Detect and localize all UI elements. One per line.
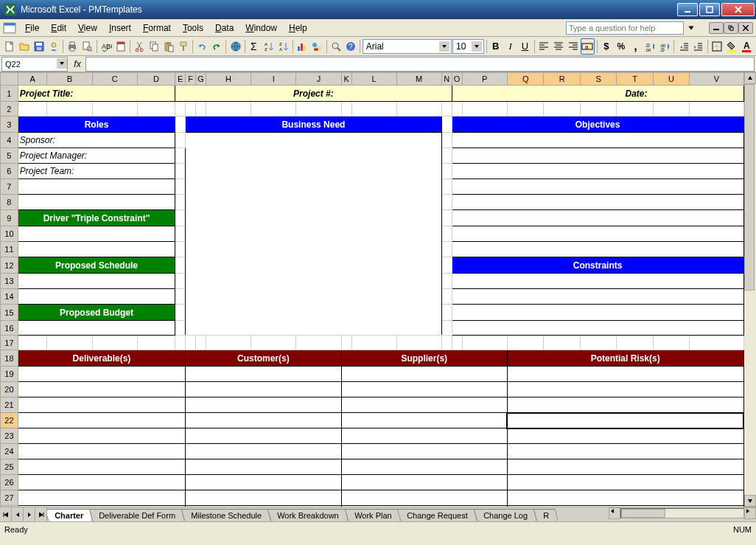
cell-Q17[interactable]: [507, 336, 543, 350]
fill-color-button[interactable]: [725, 38, 739, 55]
help-search-input[interactable]: [566, 21, 684, 35]
col-header-H[interactable]: H: [206, 73, 251, 86]
cell-E8[interactable]: [175, 195, 186, 210]
cell-Q18[interactable]: Potential Risk(s): [507, 350, 743, 367]
cell-K25[interactable]: [341, 459, 507, 475]
cell-F20[interactable]: [186, 382, 341, 398]
row-header-25[interactable]: 25: [1, 459, 18, 475]
menu-view[interactable]: View: [72, 21, 103, 35]
cell-P17[interactable]: [462, 336, 507, 350]
cell-Q22[interactable]: [507, 413, 743, 428]
cell-O3[interactable]: Objectives: [452, 117, 743, 133]
cell-A4[interactable]: Sponsor:: [18, 133, 175, 148]
cell-O6[interactable]: [452, 164, 743, 179]
menu-data[interactable]: Data: [209, 21, 239, 35]
cell-O14[interactable]: [452, 289, 743, 305]
row-header-21[interactable]: 21: [1, 398, 18, 413]
cell-I2[interactable]: [251, 102, 296, 117]
cell-O15[interactable]: [452, 305, 743, 321]
cell-N12[interactable]: [441, 257, 452, 274]
cell-A22[interactable]: [18, 413, 185, 428]
cell-M2[interactable]: [396, 102, 441, 117]
row-header-14[interactable]: 14: [1, 289, 18, 305]
sheet-tab-deliverable-def-form[interactable]: Deliverable Def Form: [89, 509, 185, 521]
row-header-2[interactable]: 2: [1, 102, 18, 117]
cell-F21[interactable]: [186, 398, 341, 413]
cell-F25[interactable]: [186, 459, 341, 475]
cell-N4[interactable]: [441, 133, 452, 148]
underline-button[interactable]: U: [518, 38, 532, 55]
cell-O10[interactable]: [452, 226, 743, 242]
col-header-J[interactable]: J: [296, 73, 341, 86]
cell-A24[interactable]: [18, 444, 185, 459]
cell-N8[interactable]: [441, 195, 452, 210]
cell-J17[interactable]: [296, 336, 341, 350]
col-header-U[interactable]: U: [653, 73, 689, 86]
cell-K27[interactable]: [341, 490, 507, 506]
cell-K23[interactable]: [341, 428, 507, 444]
cell-E1[interactable]: Project #:: [175, 86, 452, 102]
cell-B17[interactable]: [47, 336, 92, 350]
tab-next-button[interactable]: [24, 507, 35, 521]
autosum-button[interactable]: Σ: [248, 38, 262, 55]
cell-A2[interactable]: [18, 102, 47, 117]
currency-button[interactable]: $: [600, 38, 614, 55]
research-button[interactable]: [113, 38, 127, 55]
cell-E12[interactable]: [175, 257, 186, 274]
cell-F18[interactable]: Customer(s): [186, 350, 341, 367]
cell-F2[interactable]: [186, 102, 196, 117]
font-color-button[interactable]: A: [739, 38, 753, 55]
cell-T17[interactable]: [617, 336, 653, 350]
row-header-16[interactable]: 16: [1, 321, 18, 336]
cell-A27[interactable]: [18, 490, 185, 506]
tab-first-button[interactable]: [0, 507, 12, 521]
cell-N16[interactable]: [441, 321, 452, 336]
zoom-button[interactable]: [329, 38, 343, 55]
cell-K18[interactable]: Supplier(s): [341, 350, 507, 367]
doc-restore-button[interactable]: [724, 22, 738, 34]
row-header-4[interactable]: 4: [1, 133, 18, 148]
col-header-B[interactable]: B: [47, 73, 92, 86]
menu-window[interactable]: Window: [239, 21, 283, 35]
row-header-8[interactable]: 8: [1, 195, 18, 210]
cell-A10[interactable]: [18, 226, 175, 242]
cell-A20[interactable]: [18, 382, 185, 398]
cell-N6[interactable]: [441, 164, 452, 179]
row-header-7[interactable]: 7: [1, 179, 18, 195]
col-header-C[interactable]: C: [92, 73, 137, 86]
tab-prev-button[interactable]: [12, 507, 24, 521]
sheet-tab-r[interactable]: R: [533, 509, 559, 521]
cell-N17[interactable]: [441, 336, 452, 350]
cell-Q21[interactable]: [507, 398, 743, 413]
cell-Q27[interactable]: [507, 490, 743, 506]
menu-format[interactable]: Format: [137, 21, 177, 35]
print-preview-button[interactable]: [80, 38, 94, 55]
cell-M17[interactable]: [396, 336, 441, 350]
row-header-23[interactable]: 23: [1, 428, 18, 444]
row-header-13[interactable]: 13: [1, 274, 18, 289]
doc-close-button[interactable]: [738, 22, 753, 34]
cell-E2[interactable]: [175, 102, 186, 117]
cell-N10[interactable]: [441, 226, 452, 242]
cell-H2[interactable]: [206, 102, 251, 117]
cell-F27[interactable]: [186, 490, 341, 506]
sheet-tab-charter[interactable]: Charter: [47, 509, 93, 521]
row-header-12[interactable]: 12: [1, 257, 18, 274]
row-header-15[interactable]: 15: [1, 305, 18, 321]
cell-N2[interactable]: [441, 102, 452, 117]
cell-F17[interactable]: [186, 336, 196, 350]
col-header-N[interactable]: N: [441, 73, 452, 86]
cell-E11[interactable]: [175, 242, 186, 257]
cell-A26[interactable]: [18, 475, 185, 490]
minimize-button[interactable]: [677, 3, 698, 16]
close-button[interactable]: [721, 3, 755, 16]
cell-O7[interactable]: [452, 179, 743, 195]
cell-A15[interactable]: Proposed Budget: [18, 305, 175, 321]
cell-A18[interactable]: Deliverable(s): [18, 350, 185, 367]
menu-help[interactable]: Help: [283, 21, 313, 35]
cell-C17[interactable]: [92, 336, 137, 350]
cell-A3[interactable]: Roles: [18, 117, 175, 133]
cell-K17[interactable]: [341, 336, 351, 350]
cell-E17[interactable]: [175, 336, 186, 350]
cell-A21[interactable]: [18, 398, 185, 413]
